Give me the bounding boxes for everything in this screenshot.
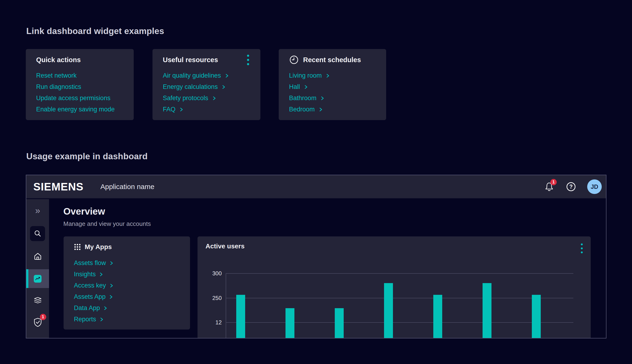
link-list: Air quality guidelines Energy calculatio… — [163, 70, 250, 115]
link-label: Bedroom — [289, 106, 315, 113]
active-users-bar-chart: 30025012 — [198, 236, 591, 338]
shield-check-icon: 1 — [32, 316, 44, 328]
link-label: Update access permisions — [36, 94, 110, 102]
gridline — [226, 273, 573, 274]
sidebar-item-home[interactable] — [26, 252, 49, 261]
link-label: Hall — [289, 83, 300, 90]
chevron-right-icon — [304, 85, 308, 89]
link-label: Insights — [74, 271, 96, 278]
link-air-quality-guidelines[interactable]: Air quality guidelines — [163, 70, 250, 81]
chevron-right-icon — [321, 96, 324, 100]
chevron-right-icon — [104, 306, 107, 310]
card-header: Quick actions — [36, 55, 124, 64]
link-label: Safety protocols — [163, 94, 208, 102]
section-heading-usage: Usage example in dashboard — [26, 151, 148, 162]
link-assets-app[interactable]: Assets App — [74, 291, 180, 302]
apps-grid-icon — [74, 244, 81, 250]
sidebar-item-search[interactable] — [30, 226, 45, 241]
chevron-right-icon — [180, 107, 183, 112]
home-icon — [33, 252, 42, 260]
notifications-button[interactable]: 1 — [544, 181, 555, 192]
my-apps-card: My Apps Assets flow Insights Access key … — [64, 236, 190, 330]
y-tick-label: 300 — [200, 271, 222, 276]
card-title: My Apps — [85, 242, 112, 252]
gridline — [226, 322, 573, 323]
link-energy-calculations[interactable]: Energy calculations — [163, 81, 250, 92]
sidebar-expand-button[interactable]: » — [26, 206, 49, 216]
y-axis-line — [226, 274, 226, 338]
card-title: Recent schedules — [303, 55, 361, 64]
link-bedroom[interactable]: Bedroom — [289, 104, 376, 115]
chevron-right-icon — [319, 107, 322, 112]
siemens-logo: SIEMENS — [33, 175, 84, 198]
avatar-initials: JD — [591, 184, 598, 190]
user-avatar[interactable]: JD — [587, 180, 602, 194]
bar — [433, 295, 442, 338]
link-safety-protocols[interactable]: Safety protocols — [163, 92, 250, 104]
notification-badge: 1 — [550, 179, 557, 185]
chevron-right-icon — [100, 272, 103, 277]
link-update-access-permissions[interactable]: Update access permisions — [36, 92, 124, 104]
chevron-right-icon — [109, 294, 113, 299]
chevron-right-icon — [100, 317, 104, 322]
link-label: FAQ — [163, 106, 176, 113]
analytics-icon — [34, 275, 42, 282]
sidebar-item-layers[interactable] — [26, 296, 49, 306]
link-label: Living room — [289, 72, 322, 79]
bar — [335, 308, 344, 338]
application-name: Application name — [100, 183, 154, 191]
help-button[interactable]: ? — [566, 182, 576, 191]
card-header: Recent schedules — [289, 55, 376, 64]
page-subtitle: Manage and view your accounts — [63, 220, 151, 228]
link-list: Assets flow Insights Access key Assets A… — [74, 257, 180, 325]
card-header: My Apps — [74, 242, 180, 252]
link-label: Access key — [74, 282, 106, 289]
dashboard-example: SIEMENS Application name 1 ? JD — [26, 175, 606, 338]
link-assets-flow[interactable]: Assets flow — [74, 257, 180, 268]
sidebar-item-analytics-active[interactable] — [26, 269, 49, 288]
link-label: Enable energy saving mode — [36, 106, 115, 113]
gridline — [226, 298, 573, 298]
quick-actions-card: Quick actions Reset network Run diagnost… — [26, 49, 134, 120]
link-living-room[interactable]: Living room — [289, 70, 376, 81]
chevron-right-icon — [222, 85, 226, 89]
link-run-diagnostics[interactable]: Run diagnostics — [36, 81, 124, 92]
card-header: Useful resources — [163, 55, 250, 64]
link-label: Assets App — [74, 293, 106, 300]
double-chevron-right-icon: » — [35, 206, 40, 215]
link-reports[interactable]: Reports — [74, 314, 180, 325]
link-enable-energy-saving[interactable]: Enable energy saving mode — [36, 104, 124, 115]
active-users-card: Active users 30025012 — [198, 236, 591, 338]
y-tick-label: 12 — [200, 320, 222, 325]
question-mark-icon: ? — [569, 184, 573, 190]
bar — [482, 283, 492, 338]
chevron-right-icon — [110, 283, 113, 288]
link-access-key[interactable]: Access key — [74, 280, 180, 291]
card-title: Useful resources — [163, 55, 218, 64]
header-actions: 1 ? JD — [544, 180, 602, 194]
search-icon — [33, 230, 42, 238]
section-heading-widgets: Link dashboard widget examples — [26, 26, 164, 36]
link-faq[interactable]: FAQ — [163, 104, 250, 115]
security-badge: 1 — [40, 314, 46, 320]
page: Link dashboard widget examples Quick act… — [0, 0, 632, 364]
layers-icon — [33, 296, 42, 305]
link-hall[interactable]: Hall — [289, 81, 376, 92]
kebab-menu-icon[interactable] — [246, 54, 250, 66]
link-label: Reports — [74, 316, 96, 323]
link-label: Run diagnostics — [36, 83, 81, 90]
link-list: Living room Hall Bathroom Bedroom — [289, 70, 376, 115]
sidebar: » — [26, 199, 49, 338]
link-label: Energy calculations — [163, 83, 218, 90]
app-header: SIEMENS Application name 1 ? JD — [26, 175, 606, 199]
active-indicator — [26, 269, 28, 288]
recent-schedules-card: Recent schedules Living room Hall Bathro… — [279, 49, 386, 120]
link-data-app[interactable]: Data App — [74, 302, 180, 314]
link-list: Reset network Run diagnostics Update acc… — [36, 70, 124, 115]
bar — [532, 295, 541, 338]
link-label: Data App — [74, 304, 100, 312]
link-insights[interactable]: Insights — [74, 268, 180, 280]
link-bathroom[interactable]: Bathroom — [289, 92, 376, 104]
sidebar-item-security[interactable]: 1 — [26, 316, 49, 328]
link-reset-network[interactable]: Reset network — [36, 70, 124, 81]
